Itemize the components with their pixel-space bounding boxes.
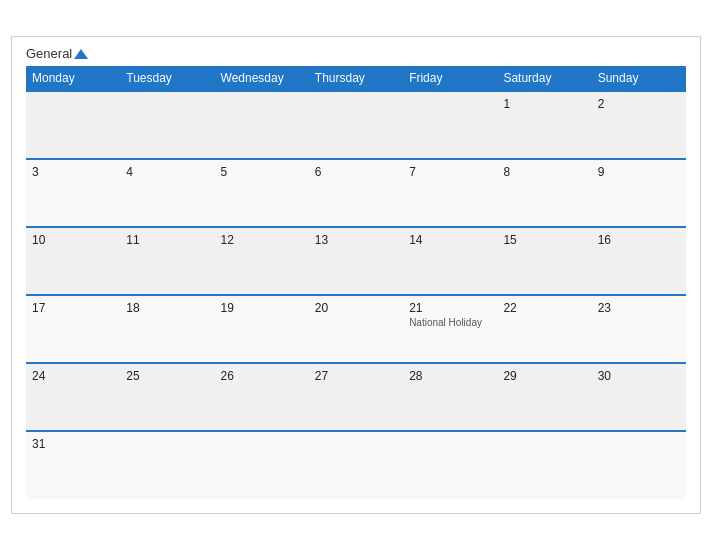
logo: General [26, 47, 88, 60]
calendar-day-cell [497, 431, 591, 499]
calendar-week-row: 31 [26, 431, 686, 499]
day-number: 16 [598, 233, 680, 247]
day-number: 20 [315, 301, 397, 315]
calendar-day-cell [403, 431, 497, 499]
day-number: 2 [598, 97, 680, 111]
calendar-day-cell: 14 [403, 227, 497, 295]
day-number: 28 [409, 369, 491, 383]
day-number: 15 [503, 233, 585, 247]
day-number: 9 [598, 165, 680, 179]
day-number: 19 [221, 301, 303, 315]
calendar-day-cell: 29 [497, 363, 591, 431]
calendar-day-cell [120, 431, 214, 499]
calendar-day-cell [120, 91, 214, 159]
day-number: 21 [409, 301, 491, 315]
day-number: 24 [32, 369, 114, 383]
calendar-day-cell: 4 [120, 159, 214, 227]
day-number: 26 [221, 369, 303, 383]
calendar-day-cell: 11 [120, 227, 214, 295]
calendar-day-cell: 28 [403, 363, 497, 431]
weekday-header-monday: Monday [26, 66, 120, 91]
calendar-day-cell: 1 [497, 91, 591, 159]
calendar-week-row: 10111213141516 [26, 227, 686, 295]
day-number: 30 [598, 369, 680, 383]
calendar-day-cell [592, 431, 686, 499]
day-number: 18 [126, 301, 208, 315]
day-number: 13 [315, 233, 397, 247]
calendar-day-cell [26, 91, 120, 159]
weekday-header-saturday: Saturday [497, 66, 591, 91]
calendar-day-cell: 18 [120, 295, 214, 363]
day-number: 22 [503, 301, 585, 315]
calendar-day-cell [215, 431, 309, 499]
calendar-day-cell: 10 [26, 227, 120, 295]
calendar-day-cell: 12 [215, 227, 309, 295]
weekday-header-row: MondayTuesdayWednesdayThursdayFridaySatu… [26, 66, 686, 91]
calendar-week-row: 12 [26, 91, 686, 159]
calendar-week-row: 1718192021National Holiday2223 [26, 295, 686, 363]
calendar-day-cell [309, 91, 403, 159]
calendar-day-cell: 21National Holiday [403, 295, 497, 363]
day-number: 29 [503, 369, 585, 383]
day-number: 14 [409, 233, 491, 247]
calendar-day-cell: 2 [592, 91, 686, 159]
day-number: 4 [126, 165, 208, 179]
calendar-container: General MondayTuesdayWednesdayThursdayFr… [11, 36, 701, 514]
calendar-day-cell: 30 [592, 363, 686, 431]
calendar-day-cell: 6 [309, 159, 403, 227]
calendar-day-cell [403, 91, 497, 159]
weekday-header-sunday: Sunday [592, 66, 686, 91]
calendar-day-cell: 7 [403, 159, 497, 227]
logo-general-text: General [26, 47, 88, 60]
calendar-week-row: 24252627282930 [26, 363, 686, 431]
calendar-day-cell [309, 431, 403, 499]
day-number: 17 [32, 301, 114, 315]
calendar-day-cell: 8 [497, 159, 591, 227]
calendar-day-cell: 9 [592, 159, 686, 227]
calendar-day-cell: 24 [26, 363, 120, 431]
day-number: 7 [409, 165, 491, 179]
weekday-header-thursday: Thursday [309, 66, 403, 91]
day-number: 10 [32, 233, 114, 247]
weekday-header-friday: Friday [403, 66, 497, 91]
day-number: 5 [221, 165, 303, 179]
calendar-day-cell: 25 [120, 363, 214, 431]
calendar-day-cell: 17 [26, 295, 120, 363]
weekday-header-tuesday: Tuesday [120, 66, 214, 91]
day-number: 1 [503, 97, 585, 111]
logo-triangle-icon [74, 49, 88, 59]
day-number: 3 [32, 165, 114, 179]
weekday-header-wednesday: Wednesday [215, 66, 309, 91]
calendar-day-cell [215, 91, 309, 159]
calendar-day-cell: 22 [497, 295, 591, 363]
calendar-day-cell: 16 [592, 227, 686, 295]
day-number: 6 [315, 165, 397, 179]
calendar-header: General [26, 47, 686, 60]
calendar-day-cell: 27 [309, 363, 403, 431]
day-number: 8 [503, 165, 585, 179]
day-number: 11 [126, 233, 208, 247]
day-event-label: National Holiday [409, 317, 491, 328]
day-number: 31 [32, 437, 114, 451]
calendar-day-cell: 13 [309, 227, 403, 295]
calendar-day-cell: 3 [26, 159, 120, 227]
day-number: 25 [126, 369, 208, 383]
calendar-day-cell: 5 [215, 159, 309, 227]
day-number: 23 [598, 301, 680, 315]
calendar-week-row: 3456789 [26, 159, 686, 227]
calendar-day-cell: 23 [592, 295, 686, 363]
calendar-day-cell: 31 [26, 431, 120, 499]
calendar-day-cell: 15 [497, 227, 591, 295]
day-number: 27 [315, 369, 397, 383]
calendar-table: MondayTuesdayWednesdayThursdayFridaySatu… [26, 66, 686, 499]
calendar-day-cell: 19 [215, 295, 309, 363]
calendar-day-cell: 26 [215, 363, 309, 431]
day-number: 12 [221, 233, 303, 247]
calendar-day-cell: 20 [309, 295, 403, 363]
